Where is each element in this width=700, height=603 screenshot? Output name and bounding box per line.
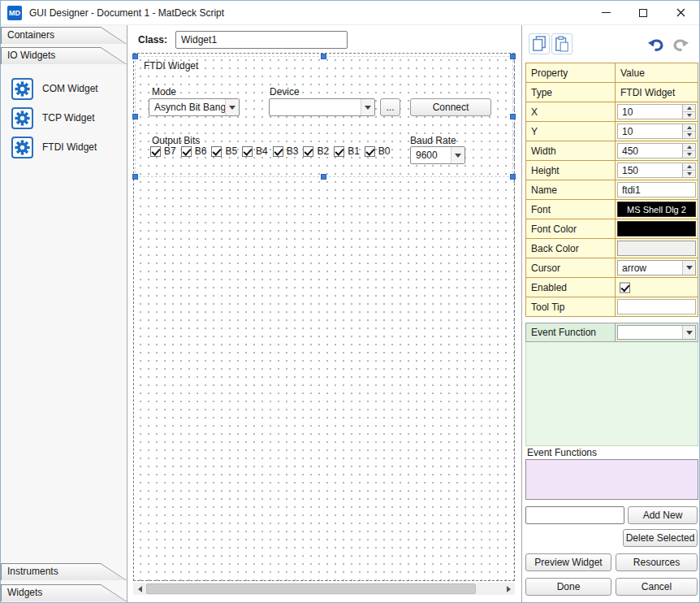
done-button[interactable]: Done — [525, 578, 611, 596]
list-item-ftdi-widget[interactable]: FTDI Widget — [1, 132, 127, 162]
spin-down-icon[interactable] — [683, 131, 695, 138]
output-bit-b1[interactable]: B1 — [334, 145, 360, 157]
property-name: Font Color — [526, 219, 616, 238]
device-label: Device — [270, 86, 300, 98]
scrollbar-thumb[interactable] — [146, 583, 476, 594]
chevron-down-icon — [361, 99, 374, 115]
selection-handle[interactable] — [132, 174, 138, 180]
undo-button[interactable] — [646, 35, 667, 54]
list-item-tcp-widget[interactable]: TCP Widget — [1, 103, 127, 132]
horizontal-scrollbar[interactable] — [133, 583, 515, 595]
mode-dropdown[interactable]: Asynch Bit Bang — [149, 98, 240, 116]
delete-selected-button[interactable]: Delete Selected — [623, 529, 698, 547]
redo-button[interactable] — [670, 35, 691, 54]
maximize-button[interactable] — [624, 1, 662, 24]
checkbox-checked-icon[interactable] — [181, 146, 192, 157]
font-color-swatch[interactable] — [617, 221, 696, 236]
sidebar-tab-label: Instruments — [7, 566, 58, 577]
close-button[interactable] — [662, 1, 699, 24]
output-bit-b6[interactable]: B6 — [181, 145, 207, 157]
sidebar-tab-containers[interactable]: Containers — [1, 27, 127, 44]
output-bit-b5[interactable]: B5 — [211, 145, 237, 157]
checkbox-checked-icon[interactable] — [365, 146, 375, 157]
design-canvas[interactable]: FTDI Widget Mode Asynch Bit Bang Device … — [133, 53, 515, 581]
event-function-area — [525, 342, 698, 446]
connect-button[interactable]: Connect — [410, 98, 491, 116]
baud-rate-dropdown[interactable]: 9600 — [410, 146, 465, 164]
checkbox-checked-icon[interactable] — [334, 146, 344, 157]
checkbox-checked-icon[interactable] — [211, 146, 222, 157]
name-field[interactable]: ftdi1 — [617, 182, 696, 197]
spin-down-icon[interactable] — [683, 150, 695, 158]
copy-button[interactable] — [529, 33, 550, 54]
enabled-checkbox[interactable] — [620, 282, 630, 293]
scroll-left-button[interactable] — [133, 583, 146, 595]
property-name: Cursor — [526, 258, 616, 277]
output-bit-b2[interactable]: B2 — [303, 145, 329, 157]
output-bit-b7[interactable]: B7 — [150, 145, 176, 157]
event-functions-list[interactable] — [525, 459, 698, 500]
spin-up-icon[interactable] — [683, 124, 695, 131]
property-name: X — [526, 102, 616, 121]
device-dropdown[interactable] — [269, 98, 375, 116]
output-bit-b4[interactable]: B4 — [242, 145, 268, 157]
selection-handle[interactable] — [321, 174, 326, 180]
selection-handle[interactable] — [510, 114, 516, 119]
class-name-input[interactable] — [175, 31, 348, 49]
baud-rate-label: Baud Rate — [410, 135, 456, 146]
ftdi-widget-title: FTDI Widget — [144, 60, 198, 72]
spin-up-icon[interactable] — [683, 105, 695, 111]
scroll-right-button[interactable] — [502, 583, 515, 595]
minimize-button[interactable] — [587, 1, 624, 24]
sidebar-tab-io-widgets[interactable]: IO Widgets — [1, 47, 127, 64]
baud-rate-value: 9600 — [411, 150, 451, 161]
spin-up-icon[interactable] — [683, 144, 695, 150]
selection-handle[interactable] — [510, 174, 516, 180]
scrollbar-track[interactable] — [146, 583, 502, 595]
spin-down-icon[interactable] — [683, 170, 695, 177]
checkbox-checked-icon[interactable] — [273, 146, 283, 157]
spin-down-icon[interactable] — [683, 111, 695, 119]
tool-tip-field[interactable] — [617, 299, 696, 315]
height-spinner[interactable]: 150 — [617, 163, 696, 178]
redo-icon — [672, 37, 689, 53]
checkbox-checked-icon[interactable] — [303, 146, 313, 157]
cancel-button[interactable]: Cancel — [616, 578, 698, 596]
width-spinner[interactable]: 450 — [617, 143, 696, 158]
y-spinner[interactable]: 10 — [617, 124, 696, 139]
output-bits-label: Output Bits — [152, 135, 200, 146]
sidebar-tab-instruments[interactable]: Instruments — [1, 563, 127, 580]
list-item-label: FTDI Widget — [42, 141, 97, 153]
checkbox-checked-icon[interactable] — [150, 146, 161, 157]
spin-up-icon[interactable] — [683, 163, 695, 170]
event-function-dropdown[interactable] — [617, 325, 696, 340]
selection-handle[interactable] — [321, 54, 326, 59]
preview-widget-button[interactable]: Preview Widget — [525, 553, 611, 571]
io-widget-list: COM Widget TCP Widget FTDI Widget — [1, 74, 127, 162]
add-new-button[interactable]: Add New — [628, 506, 698, 524]
new-event-function-input[interactable] — [525, 506, 624, 524]
output-bits-row: B7 B6 B5 B4 B3 B2 B1 B0 — [150, 145, 395, 157]
browse-device-button[interactable]: ... — [380, 98, 400, 116]
resources-button[interactable]: Resources — [616, 553, 698, 571]
selection-handle[interactable] — [510, 54, 516, 59]
x-spinner[interactable]: 10 — [617, 104, 696, 119]
value-column-header: Value — [616, 63, 698, 82]
checkbox-checked-icon[interactable] — [242, 146, 253, 157]
cursor-dropdown[interactable]: arrow — [617, 260, 696, 275]
output-bit-b3[interactable]: B3 — [273, 145, 299, 157]
back-color-swatch[interactable] — [617, 241, 696, 256]
selection-handle[interactable] — [132, 114, 138, 119]
list-item-com-widget[interactable]: COM Widget — [1, 74, 127, 103]
output-bit-b0[interactable]: B0 — [365, 145, 391, 157]
property-name: Height — [526, 161, 616, 180]
selection-handle[interactable] — [132, 54, 138, 59]
property-name: Back Color — [526, 239, 616, 258]
list-item-label: COM Widget — [42, 83, 98, 94]
chevron-down-icon — [682, 261, 695, 275]
paste-button[interactable] — [551, 33, 573, 54]
font-picker-button[interactable]: MS Shell Dlg 2 — [617, 202, 696, 217]
sidebar-tab-widgets[interactable]: Widgets — [1, 584, 127, 601]
close-icon — [676, 8, 685, 17]
property-panel: Property Value Type FTDI Widget X 10 Y — [521, 25, 700, 603]
